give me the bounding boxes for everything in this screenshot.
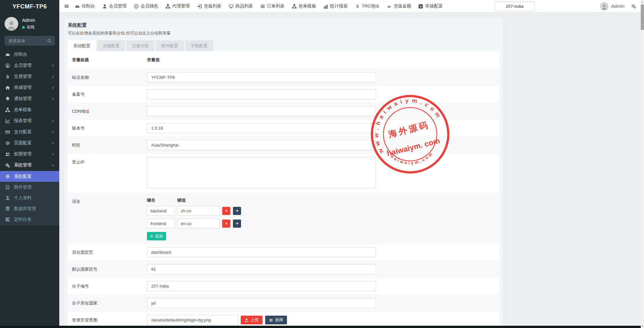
user-status-label: 在线 xyxy=(27,24,35,30)
site-code-input[interactable] xyxy=(495,2,535,11)
site-name-input[interactable] xyxy=(147,72,376,82)
vertical-scrollbar[interactable]: ▲ ▼ xyxy=(641,0,644,328)
user-status: 在线 xyxy=(22,24,35,30)
language-pair-row xyxy=(147,206,500,216)
sitemap-icon xyxy=(292,4,297,9)
config-tab-body: 变量标题 变量值 站点名称 备案号 CDN地址 版本号 时区 xyxy=(68,51,500,326)
sidebar-item[interactable]: 权限管理 xyxy=(0,149,59,160)
login-bg-input[interactable] xyxy=(147,315,238,325)
field-label: 语言 xyxy=(68,196,147,240)
platform-no-input[interactable] xyxy=(147,281,376,291)
chevron-left-icon xyxy=(51,141,55,145)
ban-ip-textarea[interactable] xyxy=(147,157,376,188)
sidebar-item[interactable]: 系统管理 xyxy=(0,160,59,171)
timezone-input[interactable] xyxy=(147,140,376,150)
language-value-input[interactable] xyxy=(177,219,220,228)
topnav-item[interactable]: m 充值金额 xyxy=(387,3,411,9)
topnav-item-label: 等级配置 xyxy=(425,3,443,9)
sidebar-item[interactable]: B 交易管理 xyxy=(0,71,59,82)
config-tab[interactable]: 基础配置 xyxy=(68,40,96,51)
gear-icon xyxy=(5,141,11,146)
sidebar-subitem[interactable]: 个人资料 xyxy=(0,193,59,203)
add-pair-button[interactable] xyxy=(233,220,241,228)
version-input[interactable] xyxy=(147,123,376,133)
sidebar-item[interactable]: 报表管理 xyxy=(0,115,59,126)
sidebar-item[interactable]: 控制台 xyxy=(0,49,59,60)
sidebar-subitem[interactable]: 附件管理 xyxy=(0,182,59,193)
field-label: 后台固定页 xyxy=(68,247,147,257)
sidebar-item[interactable]: 会员管理 xyxy=(0,60,59,71)
plus-icon xyxy=(236,209,239,212)
scrollbar-thumb[interactable] xyxy=(641,5,644,30)
topnav-item-label: 代理管理 xyxy=(172,3,190,9)
sidebar-item[interactable]: 页面配置 xyxy=(0,137,59,149)
search-input[interactable] xyxy=(8,38,47,44)
topnav-item[interactable]: $ TRC地址 xyxy=(355,3,380,9)
delete-pair-button[interactable] xyxy=(222,220,230,228)
settings-cogs-icon[interactable] xyxy=(631,4,636,9)
topnav-item[interactable]: 订单列表 xyxy=(260,3,285,9)
topnav-item[interactable]: 充值列表 xyxy=(197,3,222,9)
fixed-page-input[interactable] xyxy=(147,247,376,257)
config-tab[interactable]: 注册分组 xyxy=(126,40,154,51)
dashboard-icon xyxy=(5,52,11,57)
language-value-input[interactable] xyxy=(177,206,220,216)
top-navbar: 控制台 会员管理 cc 会员钱包 代理管理 充值列表 商品列表 订单列表 xyxy=(59,0,641,13)
field-label: CDN地址 xyxy=(68,106,147,116)
chevron-left-icon xyxy=(51,119,55,123)
topnav-item[interactable]: v 等级配置 xyxy=(418,3,443,9)
sidebar-subitem[interactable]: 数据库管理 xyxy=(0,203,59,214)
sidebar-item[interactable]: 支付配置 xyxy=(0,126,59,137)
topnav-item[interactable]: 控制台 xyxy=(75,3,95,9)
append-button[interactable]: 追加 xyxy=(147,232,166,240)
users-icon xyxy=(5,152,11,157)
sidebar-item[interactable]: 抢单模板 xyxy=(0,104,59,115)
chevron-down-icon xyxy=(51,164,55,167)
sidebar-item-label: 支付配置 xyxy=(14,129,48,135)
sidebar-toggle-button[interactable] xyxy=(59,4,74,8)
topnav-user[interactable]: Admin xyxy=(600,2,624,10)
config-tab[interactable]: 字典配置 xyxy=(185,40,213,51)
cdn-input[interactable] xyxy=(147,106,376,116)
sidebar-item-label: 交易管理 xyxy=(14,74,48,79)
upload-button[interactable]: 上传 xyxy=(241,316,263,324)
sidebar-submenu: 系统配置 附件管理 个人资料 数据库管理 定时任务 xyxy=(0,171,59,225)
language-key-input[interactable] xyxy=(147,219,175,228)
topnav-item[interactable]: 商品列表 xyxy=(229,3,253,9)
icp-input[interactable] xyxy=(147,89,376,99)
topnav-item[interactable]: 会员管理 xyxy=(102,3,127,9)
platform-country-input[interactable] xyxy=(147,298,376,308)
field-label: 台子所在国家 xyxy=(68,298,147,308)
add-pair-button[interactable] xyxy=(233,207,241,215)
search-icon[interactable] xyxy=(47,39,51,43)
sidebar-item[interactable]: 商城管理 xyxy=(0,82,59,93)
sidebar-item[interactable]: 通知管理 xyxy=(0,93,59,104)
language-pair-row xyxy=(147,219,500,228)
topnav-item[interactable]: 抢单模板 xyxy=(292,3,316,9)
topnav-item[interactable]: 代理管理 xyxy=(165,3,190,9)
chart-bar-icon xyxy=(323,4,328,9)
chart-line-icon xyxy=(5,119,11,123)
sidebar-subitem[interactable]: 定时任务 xyxy=(0,214,59,225)
app-logo[interactable]: YFCMF-TP6 xyxy=(0,0,59,13)
topnav-item[interactable]: 统计报表 xyxy=(323,3,348,9)
topnav-item-label: 充值金额 xyxy=(394,3,411,9)
sitemap-icon xyxy=(165,4,170,9)
svg-text:B: B xyxy=(6,75,9,79)
config-tab[interactable]: 充值配置 xyxy=(97,40,125,51)
language-key-input[interactable] xyxy=(147,206,175,216)
topnav-item-label: 会员管理 xyxy=(109,3,127,9)
topnav-item[interactable]: cc 会员钱包 xyxy=(134,3,158,9)
choose-button[interactable]: 选择 xyxy=(265,316,287,324)
scroll-up-arrow[interactable]: ▲ xyxy=(641,0,644,4)
country-code-input[interactable] xyxy=(147,264,376,274)
delete-pair-button[interactable] xyxy=(222,207,230,215)
scroll-down-arrow[interactable]: ▼ xyxy=(641,324,644,328)
sidebar-subitem[interactable]: 系统配置 xyxy=(0,171,59,182)
config-tab[interactable]: 邮件配置 xyxy=(156,40,184,51)
user-icon xyxy=(6,20,17,31)
user-icon xyxy=(102,4,107,9)
sidebar-subitem-label: 附件管理 xyxy=(14,184,55,190)
bottom-strip xyxy=(0,326,641,328)
sidebar-item-label: 抢单模板 xyxy=(14,107,55,113)
